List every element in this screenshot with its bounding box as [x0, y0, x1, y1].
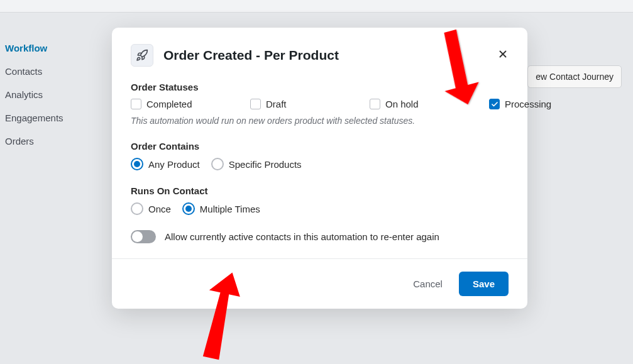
rocket-icon [131, 44, 153, 67]
sidebar-item-engagements[interactable]: Engagements [5, 106, 93, 130]
view-contact-journey-button[interactable]: ew Contact Journey [527, 65, 622, 88]
radio-label: Once [148, 204, 171, 214]
checkbox-box [370, 99, 380, 109]
sidebar-item-workflow[interactable]: Workflow [5, 36, 93, 60]
radio-specific-products[interactable]: Specific Products [211, 158, 302, 170]
checkbox-box [131, 99, 141, 109]
order-contains-label: Order Contains [131, 141, 509, 152]
sidebar: Workflow Contacts Analytics Engagements … [5, 36, 93, 153]
reenter-toggle[interactable] [131, 230, 156, 243]
runs-on-contact-label: Runs On Contact [131, 185, 509, 196]
checkbox-label: Processing [505, 99, 551, 109]
checkbox-label: Completed [146, 99, 192, 109]
checkbox-box [489, 99, 500, 109]
cancel-button[interactable]: Cancel [413, 279, 443, 289]
order-statuses-label: Order Statuses [131, 82, 509, 92]
checkbox-box [250, 99, 261, 109]
checkbox-on-hold[interactable]: On hold [370, 99, 432, 109]
radio-label: Specific Products [229, 159, 302, 170]
order-statuses-help: This automation would run on new orders … [131, 116, 509, 126]
checkbox-label: Draft [266, 99, 287, 109]
radio-label: Multiple Times [200, 204, 260, 214]
radio-circle [131, 202, 143, 215]
save-button[interactable]: Save [459, 272, 509, 296]
close-button[interactable] [497, 48, 509, 62]
radio-label: Any Product [148, 159, 200, 170]
reenter-label: Allow currently active contacts in this … [165, 231, 439, 242]
radio-circle [211, 158, 224, 170]
radio-multiple-times[interactable]: Multiple Times [182, 202, 260, 215]
sidebar-item-contacts[interactable]: Contacts [5, 60, 93, 83]
checkbox-processing[interactable]: Processing [489, 99, 552, 109]
sidebar-item-analytics[interactable]: Analytics [5, 83, 93, 106]
modal: Order Created - Per Product Order Status… [112, 28, 527, 309]
modal-title: Order Created - Per Product [163, 48, 497, 63]
radio-any-product[interactable]: Any Product [131, 158, 200, 170]
radio-once[interactable]: Once [131, 202, 171, 215]
checkbox-label: On hold [385, 99, 419, 109]
radio-circle [182, 202, 195, 215]
checkbox-completed[interactable]: Completed [131, 99, 194, 109]
sidebar-item-orders[interactable]: Orders [5, 130, 93, 153]
radio-circle [131, 158, 143, 170]
checkbox-draft[interactable]: Draft [250, 99, 313, 109]
